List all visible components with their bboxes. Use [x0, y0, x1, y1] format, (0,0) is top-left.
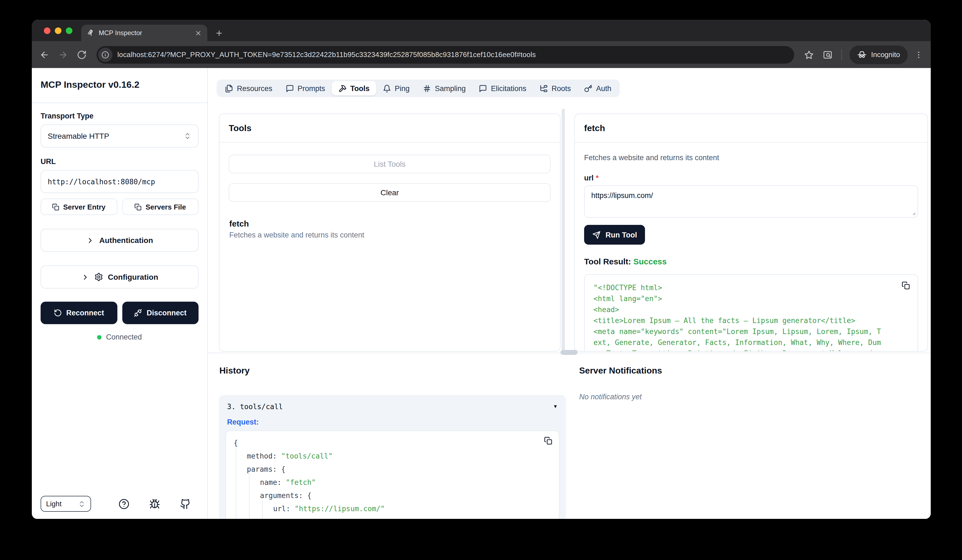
github-icon — [180, 498, 191, 509]
tab-tools[interactable]: Tools — [332, 81, 376, 95]
report-bug-button[interactable] — [149, 498, 160, 509]
hash-icon — [423, 84, 431, 92]
url-field-input[interactable]: https://lipsum.com/ — [584, 186, 918, 218]
required-marker: * — [596, 174, 599, 182]
site-info-chip[interactable] — [98, 47, 113, 62]
hammer-icon — [338, 84, 347, 92]
configuration-label: Configuration — [108, 273, 158, 281]
new-tab-button[interactable] — [215, 29, 223, 37]
copy-request-button[interactable] — [544, 437, 552, 445]
forward-icon[interactable] — [58, 50, 68, 60]
servers-file-button[interactable]: Servers File — [122, 199, 199, 215]
tab-elicitations[interactable]: Elicitations — [472, 81, 533, 95]
maximize-window-button[interactable] — [66, 27, 73, 34]
circle-help-icon — [118, 498, 129, 509]
history-title: History — [220, 366, 250, 376]
chevron-right-icon — [81, 273, 89, 281]
request-json-line: params: { — [234, 463, 551, 476]
panel-resize-handle[interactable] — [560, 350, 578, 355]
tool-result-block: "<!DOCTYPE html><html lang="en"><head><t… — [584, 274, 918, 352]
tool-item-description: Fetches a website and returns its conten… — [229, 231, 550, 239]
screenshot-stage: MCP Inspector localhost:6274/?MCP_PROXY_… — [0, 0, 962, 560]
connection-status: Connected — [40, 333, 199, 341]
transport-type-select[interactable]: Streamable HTTP — [40, 124, 199, 148]
message-square-icon — [479, 84, 487, 92]
tab-label: Ping — [395, 84, 410, 92]
github-button[interactable] — [180, 498, 191, 509]
tool-result-line: Tool Result: Success — [584, 257, 918, 266]
tab-label: Auth — [596, 84, 612, 92]
search-page-icon[interactable] — [823, 50, 833, 60]
authentication-expander[interactable]: Authentication — [40, 229, 199, 252]
tool-list-item[interactable]: fetchFetches a website and returns its c… — [229, 219, 550, 239]
tab-auth[interactable]: Auth — [578, 81, 618, 95]
tab-sampling[interactable]: Sampling — [416, 81, 473, 95]
copy-result-button[interactable] — [902, 281, 910, 290]
resize-corner-icon[interactable] — [910, 210, 916, 216]
tab-roots[interactable]: Roots — [533, 81, 578, 95]
incognito-icon — [857, 50, 867, 59]
url-field-label: url* — [584, 174, 918, 182]
sidebar-body: Transport Type Streamable HTTP URL http:… — [32, 103, 207, 350]
tab-label: Tools — [350, 84, 370, 92]
url-field-label-text: url — [584, 174, 594, 182]
request-json-lines: {method: "tools/call"params: {name: "fet… — [234, 437, 551, 519]
server-url-value: http://localhost:8080/mcp — [48, 178, 155, 186]
json-key: params: — [247, 465, 281, 473]
reconnect-button[interactable]: Reconnect — [40, 302, 117, 324]
clear-tools-button[interactable]: Clear — [229, 183, 550, 202]
result-code-line: <html lang="en"> — [594, 294, 909, 304]
server-url-input[interactable]: http://localhost:8080/mcp — [40, 170, 199, 193]
close-tab-icon[interactable] — [195, 29, 202, 37]
tools-panel-title: Tools — [220, 114, 560, 143]
servers-file-label: Servers File — [145, 203, 186, 211]
minimize-window-button[interactable] — [55, 27, 61, 34]
close-window-button[interactable] — [44, 27, 50, 34]
help-button[interactable] — [118, 498, 129, 509]
result-code-line: my Text, Typesetting, Printing, de Finib… — [594, 348, 909, 352]
request-json-line: arguments: { — [234, 489, 551, 502]
main-content: ResourcesPromptsToolsPingSamplingElicita… — [208, 68, 931, 519]
json-key: name: — [260, 478, 286, 486]
unplug-icon — [134, 309, 142, 317]
connection-status-label: Connected — [106, 333, 142, 341]
reload-icon[interactable] — [77, 50, 87, 60]
request-json-block: {method: "tools/call"params: {name: "fet… — [225, 431, 559, 519]
tab-resources[interactable]: Resources — [218, 81, 279, 95]
theme-select-value: Light — [46, 500, 61, 508]
back-icon[interactable] — [39, 50, 49, 60]
run-tool-button[interactable]: Run Tool — [584, 225, 645, 245]
request-json-line: method: "tools/call" — [234, 450, 551, 463]
send-icon — [592, 231, 600, 239]
address-bar[interactable]: localhost:6274/?MCP_PROXY_AUTH_TOKEN=9e7… — [97, 46, 794, 63]
authentication-label: Authentication — [99, 236, 153, 245]
request-label: Request: — [225, 418, 559, 426]
json-key: url: — [273, 505, 295, 513]
tab-prompts[interactable]: Prompts — [279, 81, 332, 95]
browser-toolbar: localhost:6274/?MCP_PROXY_AUTH_TOKEN=9e7… — [32, 41, 931, 68]
server-entry-button[interactable]: Server Entry — [40, 199, 117, 215]
app-title: MCP Inspector v0.16.2 — [40, 79, 199, 90]
panel-scrollbar[interactable] — [562, 108, 565, 350]
history-entry-row[interactable]: 3. tools/call ▼ — [225, 400, 559, 412]
configuration-expander[interactable]: Configuration — [40, 265, 199, 289]
list-tools-button[interactable]: List Tools — [229, 155, 550, 173]
tool-detail-body: Fetches a website and returns its conten… — [575, 143, 927, 352]
collapse-caret-icon[interactable]: ▼ — [553, 404, 558, 409]
tab-ping[interactable]: Ping — [376, 81, 416, 95]
browser-menu-icon[interactable] — [914, 50, 923, 59]
tab-label: Prompts — [297, 84, 325, 92]
tools-list-panel: Tools List Tools Clear fetchFetches a we… — [219, 113, 560, 352]
request-json-line: } — [234, 516, 551, 519]
chevrons-up-down-icon — [184, 132, 191, 140]
chevrons-up-down-icon — [78, 500, 86, 508]
disconnect-button[interactable]: Disconnect — [122, 302, 199, 324]
url-label: URL — [40, 157, 199, 166]
tab-title: MCP Inspector — [99, 29, 190, 37]
message-square-icon — [286, 84, 294, 92]
bookmark-star-icon[interactable] — [804, 50, 814, 60]
incognito-badge: Incognito — [849, 45, 908, 64]
result-code-line: <head> — [594, 304, 909, 315]
theme-select[interactable]: Light — [40, 496, 91, 512]
browser-tab[interactable]: MCP Inspector — [81, 25, 207, 41]
